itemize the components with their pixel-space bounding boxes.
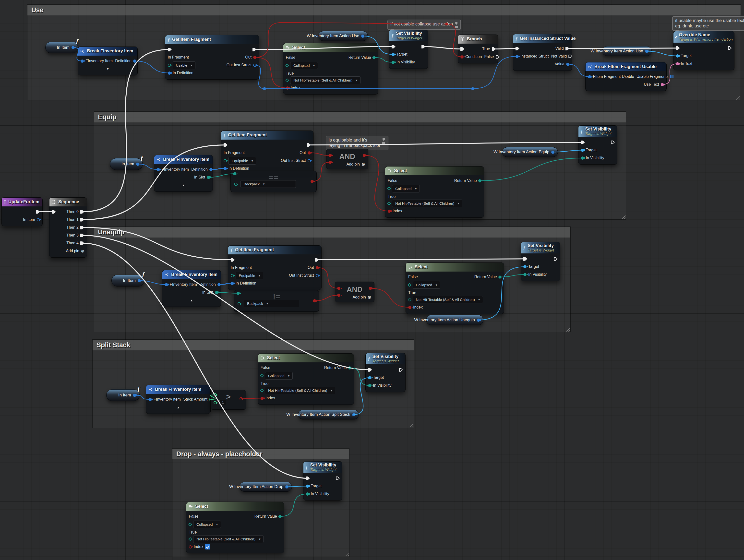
node-set-visibility[interactable]: ƒSet VisibilityTarget is WidgetTargetIn … (521, 242, 560, 281)
pin-v2-vis[interactable] (581, 156, 584, 160)
comment-header[interactable]: Drop - always - placeholder (173, 449, 349, 459)
pin-g1-inst[interactable] (253, 64, 256, 67)
node-break-finventory-item[interactable]: Break FInventory ItemFInventory ItemStac… (146, 385, 211, 414)
pin-g3-out[interactable] (316, 266, 319, 269)
pin-v1-vis[interactable] (392, 61, 395, 64)
pin-p-weq[interactable] (551, 151, 554, 154)
enum-dropdown[interactable]: Equipable▾ (235, 272, 263, 279)
pin-s3-false[interactable] (408, 283, 412, 287)
pin-br-false[interactable] (496, 55, 499, 59)
pin-v2-exec-out[interactable] (611, 141, 615, 144)
pin-bf-in[interactable] (588, 75, 591, 78)
pin-seq-then3[interactable] (80, 234, 84, 237)
pin-s2-true[interactable] (387, 201, 391, 205)
pin-p-eq-item[interactable] (136, 162, 139, 166)
pin-g3-inst[interactable] (316, 274, 319, 277)
pin-a1-i1[interactable] (329, 154, 332, 157)
enum-dropdown[interactable]: Collapsed▾ (413, 281, 440, 289)
node-set-visibility[interactable]: ƒSet VisibilityTarget is WidgetTargetIn … (303, 461, 342, 500)
variable-node-w-inventory-item-action-use[interactable]: W Inventory Item Action Use (319, 31, 368, 41)
pin-a2-i1[interactable] (337, 287, 340, 290)
pin-a2-out[interactable] (369, 287, 372, 290)
variable-node-w-inventory-item-action-drop[interactable]: W Inventory Item Action Drop (239, 482, 292, 492)
collapse-node-icon[interactable]: ▴ (190, 299, 192, 301)
variable-node-in-item[interactable]: ƒIn Item (110, 158, 143, 170)
node-titlebar[interactable]: ƒGet Instanced Struct Value (513, 34, 572, 43)
pin-b2-slot[interactable] (207, 176, 210, 179)
pin-g2-exec-in[interactable] (224, 143, 227, 147)
node-titlebar[interactable]: Break FInventory Item (154, 155, 213, 164)
pin-s1-ret[interactable] (372, 55, 376, 60)
pin-gv-notvalid[interactable] (568, 54, 572, 58)
add-pin-button[interactable]: Add pin⊕ (352, 295, 371, 300)
comment-resize-handle[interactable] (621, 214, 626, 219)
pin-s5-ret[interactable] (278, 515, 282, 518)
node-select[interactable]: SelectFalseReturn ValueCollapsed▾TrueNot… (258, 353, 354, 405)
node-select[interactable]: SelectFalseReturn ValueCollapsed▾TrueNot… (186, 502, 284, 553)
pin-s4-false[interactable] (260, 374, 264, 378)
pin-gv-valid[interactable] (565, 47, 569, 50)
pin-s1-false[interactable] (285, 64, 289, 67)
pin-v1-exec-out[interactable] (421, 45, 425, 48)
pin-e2-out[interactable] (313, 299, 316, 302)
pin-b3-slot[interactable] (215, 291, 218, 294)
pin-g1-out[interactable] (253, 56, 256, 59)
node-break-finventory-item[interactable]: Break FInventory ItemFInventory ItemDefi… (162, 270, 221, 307)
add-pin-button[interactable]: Add pin⊕ (346, 161, 365, 167)
enum-dropdown[interactable]: Backpack▾ (240, 180, 296, 188)
node-get-item-fragment[interactable]: ƒGet Item FragmentIn FragmentOutEquipabl… (228, 245, 322, 290)
blueprint-graph-canvas[interactable]: UseEquipUnequipSplit StackDrop - always … (0, 0, 744, 560)
node-titlebar[interactable]: Break FItem Fragment Usable (586, 63, 666, 71)
node-comment-bubble[interactable]: is equipable and it'slaying in the backp… (326, 136, 388, 150)
pin-s4-index[interactable] (261, 397, 264, 400)
enum-dropdown[interactable]: Not Hit-Testable (Self & All Children)▾ (265, 387, 335, 394)
node-break-finventory-item[interactable]: Break FInventory ItemFInventory ItemDefi… (78, 46, 138, 75)
pin-e1-out[interactable] (310, 180, 314, 183)
pin-gv-value[interactable] (566, 63, 569, 66)
pin-seq-then2[interactable] (80, 226, 84, 229)
pin-ov-text[interactable] (676, 62, 679, 65)
pin-g2-def[interactable] (224, 167, 227, 170)
pin-v5-target[interactable] (306, 485, 309, 488)
comment-header[interactable]: Equip (94, 112, 626, 122)
pin-ev-exec[interactable] (36, 210, 40, 214)
node-override-name[interactable]: Override NameTarget is W Inventory Item … (673, 31, 735, 70)
pin-g1-exec-in[interactable] (168, 48, 172, 51)
pin-v3-exec-in[interactable] (523, 257, 527, 261)
node-break-finventory-item[interactable]: Break FInventory ItemFInventory ItemDefi… (154, 155, 213, 192)
enum-dropdown[interactable]: Collapsed▾ (193, 521, 221, 528)
pin-p-wsp[interactable] (352, 413, 355, 416)
pin-g3-exec-in[interactable] (231, 258, 235, 262)
node-and[interactable]: ANDAdd pin⊕ (335, 282, 374, 302)
variable-node-w-inventory-item-action-spit-stack[interactable]: W Inventory Item Action Spit Stack (298, 410, 359, 419)
pin-gv-struct[interactable] (516, 55, 519, 58)
pin-br-cond[interactable] (460, 55, 463, 59)
enum-dropdown[interactable]: Not Hit-Testable (Self & All Children)▾ (290, 76, 361, 84)
pin-s3-true[interactable] (408, 298, 412, 301)
pin-g2-exec-out[interactable] (307, 143, 311, 147)
pin-s3-ret[interactable] (498, 275, 502, 279)
node-titlebar[interactable]: Break FInventory Item (78, 47, 137, 55)
pin-b1-in[interactable] (81, 60, 84, 63)
pin-v4-vis[interactable] (368, 384, 371, 387)
pin-ev-initem[interactable] (37, 218, 40, 221)
collapse-node-icon[interactable]: ▴ (177, 406, 179, 408)
pin-ov-target[interactable] (676, 54, 679, 58)
node-[interactable]: ==Backpack▾ (230, 171, 317, 192)
collapse-node-icon[interactable]: ▴ (182, 184, 184, 186)
pin-e2-top[interactable] (236, 292, 240, 295)
pin-s2-index[interactable] (388, 210, 391, 213)
comment-resize-handle[interactable] (735, 95, 740, 100)
pin-b2-def[interactable] (210, 168, 213, 171)
pin-p-wun[interactable] (477, 319, 480, 322)
node-set-visibility[interactable]: ƒSet VisibilityTarget is WidgetTargetIn … (578, 125, 618, 164)
node-titlebar[interactable]: ƒSet VisibilityTarget is Widget (389, 30, 428, 41)
pin-s4-true[interactable] (260, 388, 264, 392)
node-titlebar[interactable]: ƒGet Item Fragment (221, 131, 313, 140)
comment-header[interactable]: Use (28, 5, 741, 15)
pin-g1-def[interactable] (168, 72, 171, 75)
pin-v5-exec-in[interactable] (306, 477, 310, 480)
enum-dropdown[interactable]: Collapsed▾ (290, 62, 318, 69)
pin-seq-then1[interactable] (80, 218, 84, 222)
variable-node-in-item[interactable]: ƒIn Item (45, 42, 78, 53)
